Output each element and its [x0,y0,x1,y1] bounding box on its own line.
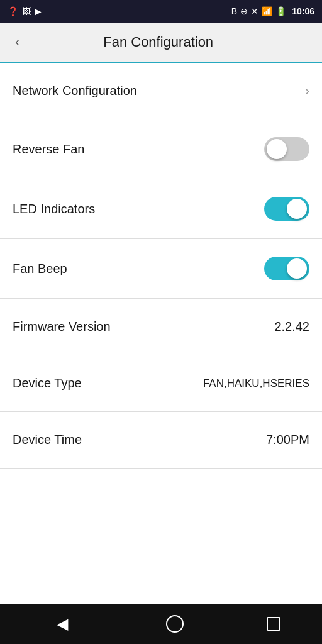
device-type-label: Device Type [13,376,82,391]
reverse-fan-toggle[interactable] [264,137,309,161]
status-bar: ❓ 🖼 ▶ B ⊖ ✕ 📶 🔋 10:06 [0,0,322,23]
firmware-version-value: 2.2.42 [274,319,309,334]
nav-home-button[interactable] [166,615,184,633]
status-right: B ⊖ ✕ 📶 🔋 10:06 [231,6,314,16]
nav-recent-button[interactable] [267,617,280,631]
row-reverse-fan: Reverse Fan [0,119,322,179]
led-indicators-toggle[interactable] [264,197,309,221]
app-bar: ‹ Fan Configuration [0,23,322,63]
fan-beep-label: Fan Beep [13,262,67,276]
row-network-config[interactable]: Network Configuration › [0,63,322,119]
fan-beep-toggle[interactable] [264,257,309,280]
reverse-fan-slider [264,137,309,161]
page-title: Fan Configuration [30,34,287,50]
row-firmware-version: Firmware Version 2.2.42 [0,299,322,355]
nav-back-button[interactable]: ◀ [42,610,83,638]
reverse-fan-label: Reverse Fan [13,142,85,157]
network-config-label: Network Configuration [13,84,137,98]
led-indicators-slider [264,197,309,221]
battery-icon: 🔋 [275,6,286,16]
row-led-indicators: LED Indicators [0,179,322,239]
fan-beep-slider [264,257,309,280]
image-icon: 🖼 [22,6,31,16]
row-device-type: Device Type FAN,HAIKU,HSERIES [0,355,322,412]
chevron-right-icon: › [305,83,309,99]
youtube-icon: ▶ [35,6,42,16]
minus-circle-icon: ⊖ [240,6,248,16]
device-time-label: Device Time [13,433,82,447]
device-time-value: 7:00PM [266,433,309,447]
wifi-icon: ❓ [8,6,18,16]
bluetooth-icon: B [231,6,237,16]
back-button[interactable]: ‹ [10,29,25,55]
signal-icon: 📶 [262,6,272,16]
row-fan-beep: Fan Beep [0,239,322,299]
led-indicators-label: LED Indicators [13,202,95,216]
content-area: Network Configuration › Reverse Fan LED … [0,63,322,604]
firmware-version-label: Firmware Version [13,319,111,334]
row-device-time: Device Time 7:00PM [0,412,322,469]
bottom-nav: ◀ [0,604,322,644]
device-type-value: FAN,HAIKU,HSERIES [203,377,309,390]
status-time: 10:06 [292,6,314,16]
status-left: ❓ 🖼 ▶ [8,6,42,16]
signal-x-icon: ✕ [251,6,258,16]
